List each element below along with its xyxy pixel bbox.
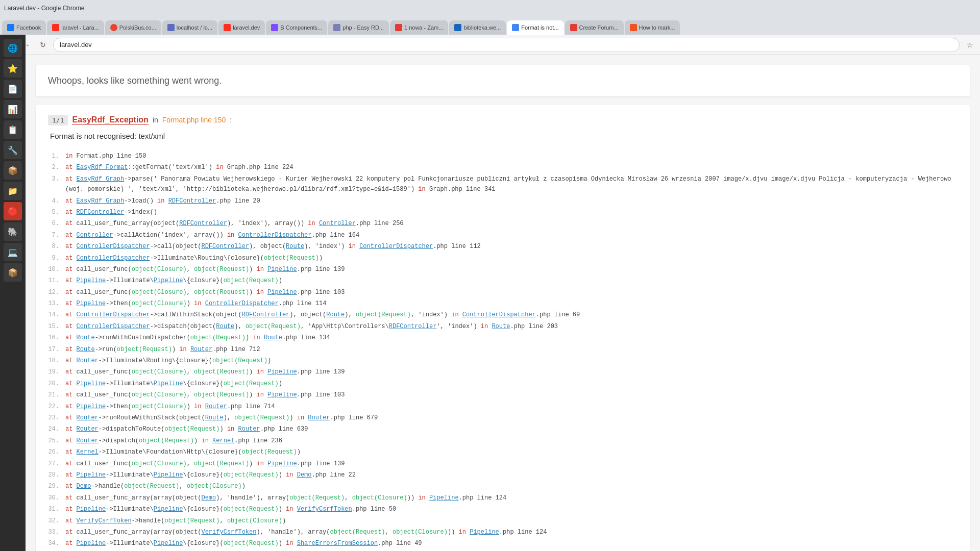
tab-polskibus[interactable]: PolskiBus.co... [105,20,161,35]
stack-line-number: 13. [48,298,59,309]
stack-line-content: at call_user_func(object(Closure), objec… [65,367,958,377]
sidebar-icon-doc[interactable]: 📄 [4,80,22,98]
tab-favicon-laravel2 [224,24,231,31]
exception-class-link[interactable]: EasyRdf_Exception [72,115,148,125]
stack-line-content: at Pipeline->Illuminate\Pipeline\{closur… [65,470,958,480]
stack-line-number: 27. [48,459,59,469]
stack-line-number: 20. [48,379,59,389]
stack-line-number: 11. [48,276,59,286]
stack-line: 13.at Pipeline->then(object(Closure)) in… [48,298,958,309]
stack-line: 3.at EasyRdf_Graph->parse(' Panorama Pow… [48,173,958,195]
tab-label-localhost: localhost / lo... [177,24,212,31]
stack-line-content: at Pipeline->Illuminate\Pipeline\{closur… [65,379,958,389]
address-input[interactable]: laravel.dev [53,38,960,52]
sidebar-icon-php[interactable]: 🐘 [4,222,22,241]
tab-biblioteka[interactable]: biblioteka.we... [449,20,506,35]
tab-favicon-laravel1 [52,24,59,31]
stack-line-number: 18. [48,356,59,366]
stack-line: 23.at Router->runRouteWithinStack(object… [48,412,958,423]
exception-container: 1/1 EasyRdf_Exception in Format.php line… [36,105,970,551]
sidebar-icon-red[interactable]: 🔴 [4,202,22,220]
sidebar-icon-pkg[interactable]: 📦 [4,263,22,282]
tab-format[interactable]: Format is not... [507,20,564,35]
stack-line-content: at Pipeline->Illuminate\Pipeline\{closur… [65,504,958,514]
address-bar: ← → ↻ laravel.dev ☆ [0,35,980,55]
sidebar-icon-box[interactable]: 📦 [4,161,22,180]
tab-favicon-polskibus [110,24,117,31]
tab-label-createforum: Create Forum... [579,24,619,31]
stack-line-content: at ControllerDispatcher->Illuminate\Rout… [65,253,958,263]
bookmark-button[interactable]: ☆ [964,39,976,51]
stack-line-content: at Router->runRouteWithinStack(object(Ro… [65,413,958,423]
tab-favicon-createforum [570,24,577,31]
stack-line: 31.at Pipeline->Illuminate\Pipeline\{clo… [48,504,958,515]
stack-line: 4.at EasyRdf_Graph->load() in RDFControl… [48,195,958,207]
stack-line-content: at Pipeline->then(object(Closure)) in Ro… [65,402,958,412]
tab-favicon-localhost [167,24,175,31]
stack-line-content: at call_user_func(object(Closure), objec… [65,459,958,469]
title-bar: Laravel.dev - Google Chrome [0,0,980,16]
tab-label-facebook: Facebook [16,24,41,31]
sidebar-icon-folder[interactable]: 📁 [4,182,22,200]
stack-line: 14.at ControllerDispatcher->callWithinSt… [48,309,958,320]
tab-favicon-howtomark [630,24,637,31]
stack-line-number: 4. [48,196,59,206]
tab-php[interactable]: php - Easy RD... [328,20,389,35]
error-message-text: Whoops, looks like something went wrong. [48,76,222,86]
stack-line: 12.at call_user_func(object(Closure), ob… [48,287,958,298]
stack-line-content: in Format.php line 150 [65,151,958,161]
tab-nowa[interactable]: 1 nowa - Zam... [390,20,448,35]
stack-line: 22.at Pipeline->then(object(Closure)) in… [48,401,958,412]
tab-label-biblioteka: biblioteka.we... [463,24,501,31]
stack-line: 5.at RDFController->index() [48,207,958,218]
tab-facebook[interactable]: Facebook [2,20,46,35]
tab-laravel2[interactable]: laravel.dev [218,20,265,35]
exception-in-text: in [153,116,158,124]
stack-line: 2.at EasyRdf_Format::getFormat('text/xml… [48,162,958,173]
sidebar-icon-clip[interactable]: 📋 [4,120,22,139]
sidebar-icon-star[interactable]: ⭐ [4,59,22,78]
stack-line-content: at EasyRdf_Graph->load() in RDFControlle… [65,196,958,206]
stack-line-content: at Pipeline->Illuminate\Pipeline\{closur… [65,538,958,548]
stack-line-number: 17. [48,344,59,355]
stack-line-content: at call_user_func(object(Closure), objec… [65,287,958,297]
tab-localhost[interactable]: localhost / lo... [162,20,217,35]
stack-line: 21.at call_user_func(object(Closure), ob… [48,389,958,400]
sidebar-icon-network[interactable]: 🌐 [4,55,22,57]
stack-line-number: 34. [48,538,59,548]
reload-button[interactable]: ↻ [37,39,49,51]
stack-line-number: 28. [48,470,59,480]
exception-colon: : [230,116,232,124]
tab-createforum[interactable]: Create Forum... [565,20,624,35]
stack-line-number: 25. [48,436,59,446]
stack-line-content: at Demo->handle(object(Request), object(… [65,481,958,491]
stack-line: 25.at Router->dispatch(object(Request)) … [48,435,958,446]
tab-components[interactable]: B Components... [266,20,327,35]
sidebar-icon-terminal[interactable]: 💻 [4,243,22,261]
exception-badge: 1/1 [48,115,68,126]
exception-file-text: Format.php line 150 [162,116,226,124]
stack-line-number: 7. [48,230,59,240]
stack-line-number: 10. [48,264,59,274]
sidebar-icon-chart[interactable]: 📊 [4,100,22,118]
stack-line: 18.at Router->Illuminate\Routing\{closur… [48,355,958,366]
stack-line-number: 5. [48,207,59,217]
tab-laravel1[interactable]: laravel - Lara... [47,20,104,35]
stack-line-content: at Router->Illuminate\Routing\{closure}(… [65,356,958,366]
tab-favicon-biblioteka [454,24,461,31]
stack-line-number: 31. [48,504,59,514]
stack-line: 26.at Kernel->Illuminate\Foundation\Http… [48,446,958,458]
stack-line-number: 1. [48,151,59,161]
tab-label-php: php - Easy RD... [342,24,384,31]
stack-line-content: at call_user_func_array(array(object(Dem… [65,493,958,503]
tab-howtomark[interactable]: How to mark... [625,20,680,35]
stack-line: 10.at call_user_func(object(Closure), ob… [48,264,958,275]
stack-line-content: at EasyRdf_Graph->parse(' Panorama Powia… [65,174,958,195]
tab-label-howtomark: How to mark... [639,24,675,31]
stack-line: 29.at Demo->handle(object(Request), obje… [48,481,958,492]
stack-line-number: 16. [48,333,59,343]
stack-line: 24.at Router->dispatchToRoute(object(Req… [48,423,958,435]
stack-line-content: at Controller->callAction('index', array… [65,230,958,240]
sidebar-icon-tools[interactable]: 🔧 [4,141,22,159]
stack-trace: 1.in Format.php line 1502.at EasyRdf_For… [48,151,958,551]
